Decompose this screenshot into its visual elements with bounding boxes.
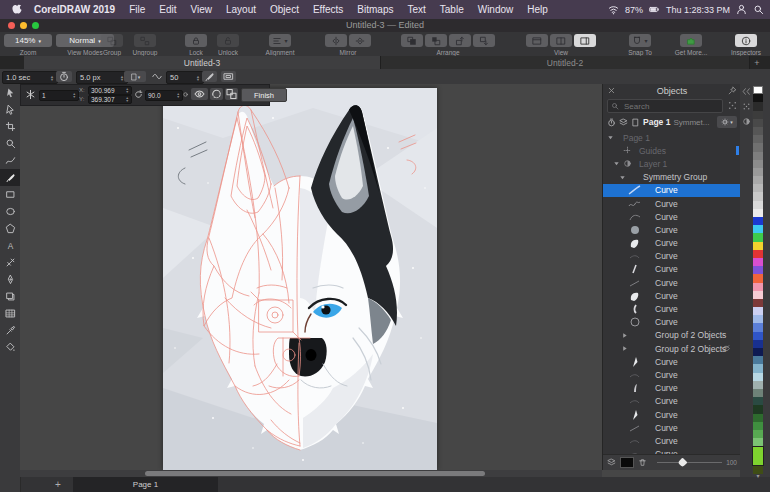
add-page-button[interactable]: + xyxy=(43,479,73,490)
unfuse-icon[interactable] xyxy=(225,88,238,100)
color-swatch[interactable] xyxy=(753,323,763,331)
to-front-button[interactable] xyxy=(401,34,423,47)
color-swatch[interactable] xyxy=(753,192,763,200)
fill-swatch[interactable] xyxy=(620,457,634,468)
pen-tool[interactable] xyxy=(0,271,20,288)
panel-options-button[interactable]: ▾ xyxy=(717,116,737,128)
unlock-button[interactable] xyxy=(217,34,239,47)
angle-field[interactable]: 90.0▲▼ xyxy=(145,90,183,101)
ellipse-tool[interactable] xyxy=(0,203,20,220)
text-tool[interactable]: A xyxy=(0,237,20,254)
color-swatch[interactable] xyxy=(753,291,763,299)
mirror-x-field[interactable]: 300.969▲▼ xyxy=(88,86,132,95)
color-swatch[interactable] xyxy=(753,209,763,217)
object-row-curve[interactable]: Curve xyxy=(603,421,741,434)
object-row-curve[interactable]: Curve xyxy=(603,355,741,368)
caret-down-icon[interactable] xyxy=(607,134,614,141)
timeline-icon[interactable] xyxy=(607,118,616,127)
object-row-symmetry-group[interactable]: Symmetry Group xyxy=(603,171,741,184)
pages-view-icon[interactable] xyxy=(619,118,628,127)
object-row-curve[interactable]: Curve xyxy=(603,408,741,421)
menu-item-help[interactable]: Help xyxy=(520,0,555,19)
color-swatch[interactable] xyxy=(753,152,763,160)
color-swatch[interactable] xyxy=(753,119,763,127)
caret-down-icon[interactable] xyxy=(613,160,620,167)
object-row-curve[interactable]: Curve xyxy=(603,395,741,408)
pin-icon[interactable] xyxy=(728,86,737,95)
puzzle-button[interactable] xyxy=(680,34,702,47)
page-view-icon[interactable] xyxy=(631,118,640,127)
collapse-icon[interactable] xyxy=(742,87,751,96)
color-swatch[interactable] xyxy=(753,414,763,422)
color-swatch[interactable] xyxy=(753,225,763,233)
smoothing-field[interactable]: 50▲▼ xyxy=(166,71,204,84)
document-page[interactable] xyxy=(163,88,437,470)
freehand-tool[interactable] xyxy=(0,152,20,169)
user-icon[interactable] xyxy=(736,4,747,15)
rectangle-tool[interactable] xyxy=(0,186,20,203)
color-swatch[interactable] xyxy=(753,176,763,184)
forward-one-button[interactable] xyxy=(449,34,471,47)
close-button[interactable] xyxy=(8,22,15,29)
brush-settings-icon[interactable] xyxy=(202,71,217,82)
color-swatch[interactable] xyxy=(753,168,763,176)
color-swatch[interactable] xyxy=(753,135,763,143)
color-swatch[interactable] xyxy=(753,160,763,168)
color-swatch[interactable] xyxy=(753,102,763,110)
color-swatch[interactable] xyxy=(753,111,763,119)
object-row-curve[interactable]: Curve xyxy=(603,184,741,197)
align-button[interactable]: ▾ xyxy=(269,34,291,47)
object-row-layer-1[interactable]: Layer 1 xyxy=(603,157,741,170)
frame-icon[interactable] xyxy=(221,71,236,82)
color-swatch[interactable] xyxy=(753,438,763,446)
zoom-select[interactable]: 145%▾ xyxy=(4,34,52,47)
menu-item-layout[interactable]: Layout xyxy=(219,0,263,19)
color-swatch[interactable] xyxy=(753,86,763,94)
opacity-slider-handle[interactable] xyxy=(678,458,688,468)
menu-item-view[interactable]: View xyxy=(184,0,220,19)
menu-item-object[interactable]: Object xyxy=(263,0,306,19)
color-swatch[interactable] xyxy=(753,94,763,102)
crop-tool[interactable] xyxy=(0,118,20,135)
color-swatch[interactable] xyxy=(753,332,763,340)
object-row-curve[interactable]: Curve xyxy=(603,382,741,395)
object-row-curve[interactable]: Curve xyxy=(603,316,741,329)
show-preview-icon[interactable] xyxy=(191,88,208,100)
color-swatch[interactable] xyxy=(753,184,763,192)
table-tool[interactable] xyxy=(0,305,20,322)
duration-field[interactable]: 1.0 sec▲▼ xyxy=(2,71,58,84)
color-swatch[interactable] xyxy=(753,307,763,315)
color-swatch[interactable] xyxy=(753,348,763,356)
color-swatch[interactable] xyxy=(753,127,763,135)
lock-button[interactable] xyxy=(185,34,207,47)
object-row-curve[interactable]: Curve xyxy=(603,368,741,381)
minimize-button[interactable] xyxy=(20,22,27,29)
fill-tool[interactable] xyxy=(0,339,20,356)
drop-shadow-tool[interactable] xyxy=(0,288,20,305)
color-swatch[interactable] xyxy=(753,373,763,381)
color-swatch[interactable] xyxy=(753,356,763,364)
to-back-button[interactable] xyxy=(425,34,447,47)
wifi-icon[interactable] xyxy=(608,4,619,15)
document-tab-untitled-2[interactable]: Untitled-2 xyxy=(381,56,750,69)
object-row-curve[interactable]: Curve xyxy=(603,263,741,276)
info-button[interactable] xyxy=(735,34,757,47)
ungroup-button[interactable] xyxy=(134,34,156,47)
polygon-tool[interactable] xyxy=(0,220,20,237)
document-tab-untitled-3[interactable]: Untitled-3 xyxy=(24,56,381,69)
object-row-curve[interactable]: Curve xyxy=(603,197,741,210)
opacity-slider[interactable] xyxy=(657,458,722,467)
dots-icon[interactable] xyxy=(742,102,751,111)
close-icon[interactable] xyxy=(607,86,616,95)
color-swatch[interactable] xyxy=(753,315,763,323)
object-row-curve[interactable]: Curve xyxy=(603,289,741,302)
object-row-guides[interactable]: Guides xyxy=(603,144,741,157)
color-swatch[interactable] xyxy=(753,283,763,291)
object-row-page-1[interactable]: Page 1 xyxy=(603,131,741,144)
color-swatch[interactable] xyxy=(753,299,763,307)
color-swatch[interactable] xyxy=(753,250,763,258)
color-swatch[interactable] xyxy=(753,397,763,405)
trash-icon[interactable] xyxy=(638,458,647,467)
color-swatch[interactable] xyxy=(753,340,763,348)
stroke-width-field[interactable]: 5.0 px▲▼ xyxy=(76,71,128,84)
